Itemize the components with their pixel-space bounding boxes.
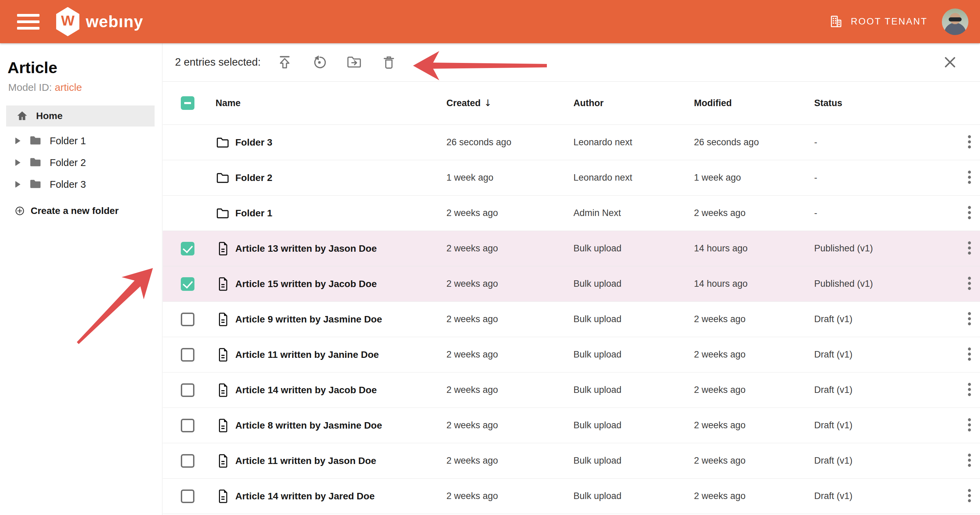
- table-row[interactable]: Article 14 written by Jared Doe 2 weeks …: [163, 479, 980, 514]
- entry-created: 2 weeks ago: [446, 208, 573, 219]
- tenant-selector[interactable]: ROOT TENANT: [829, 14, 928, 29]
- delete-button[interactable]: [381, 54, 397, 70]
- restore-button[interactable]: [311, 54, 328, 70]
- selection-count-text: 2 entries selected:: [175, 56, 261, 68]
- model-id-value[interactable]: article: [55, 82, 82, 93]
- row-menu-button[interactable]: [966, 416, 974, 436]
- entry-name[interactable]: Folder 3: [235, 137, 272, 148]
- create-folder-button[interactable]: Create a new folder: [0, 206, 162, 216]
- document-icon: [216, 312, 229, 327]
- table-row[interactable]: Folder 1 2 weeks ago Admin Next 2 weeks …: [163, 196, 980, 231]
- row-menu-button[interactable]: [966, 133, 974, 152]
- entry-author: Leonardo next: [573, 173, 694, 183]
- row-menu-button[interactable]: [966, 274, 974, 294]
- main-content: 2 entries selected: Name Created↓ Author…: [163, 43, 980, 515]
- tenant-label: ROOT TENANT: [851, 16, 928, 27]
- webiny-logo[interactable]: W webıny: [55, 7, 143, 36]
- row-menu-button[interactable]: [966, 309, 974, 329]
- entry-status: Published (v1): [814, 279, 950, 289]
- row-menu-button[interactable]: [966, 451, 974, 471]
- table-row[interactable]: Article 11 written by Janine Doe 2 weeks…: [163, 337, 980, 372]
- row-checkbox[interactable]: [181, 383, 194, 397]
- document-icon: [216, 418, 229, 433]
- entry-status: -: [814, 208, 950, 219]
- table-row[interactable]: Article 15 written by Jacob Doe 2 weeks …: [163, 266, 980, 302]
- entry-author: Bulk upload: [573, 349, 694, 360]
- column-header-author[interactable]: Author: [573, 98, 694, 108]
- delete-icon: [381, 54, 397, 70]
- kebab-icon: [967, 453, 972, 467]
- row-menu-button[interactable]: [966, 239, 974, 258]
- sidebar-folder-2[interactable]: Folder 2: [0, 152, 162, 173]
- table-row[interactable]: Article 8 written by Jasmine Doe 2 weeks…: [163, 408, 980, 443]
- row-menu-button[interactable]: [966, 168, 974, 188]
- plus-circle-icon: [14, 206, 25, 216]
- kebab-icon: [967, 418, 972, 432]
- entry-created: 2 weeks ago: [446, 314, 573, 325]
- top-app-bar: W webıny ROOT TENANT: [0, 0, 980, 43]
- entry-modified: 1 week ago: [694, 173, 814, 183]
- table-row[interactable]: Article 11 written by Jason Doe 2 weeks …: [163, 443, 980, 479]
- entry-name[interactable]: Article 15 written by Jacob Doe: [235, 279, 377, 290]
- entry-name[interactable]: Folder 1: [235, 208, 272, 219]
- column-header-created[interactable]: Created↓: [446, 98, 573, 108]
- select-all-checkbox[interactable]: [181, 96, 194, 110]
- entry-modified: 2 weeks ago: [694, 349, 814, 360]
- caret-right-icon[interactable]: [15, 138, 21, 144]
- entry-created: 1 week ago: [446, 173, 573, 183]
- hamburger-menu-icon[interactable]: [17, 14, 40, 30]
- column-header-name[interactable]: Name: [216, 98, 446, 108]
- user-avatar[interactable]: [942, 8, 969, 35]
- entry-author: Admin Next: [573, 208, 694, 219]
- table-row[interactable]: Folder 3 26 seconds ago Leonardo next 26…: [163, 125, 980, 160]
- folder-label: Folder 2: [50, 157, 86, 168]
- sidebar-folder-3[interactable]: Folder 3: [0, 173, 162, 195]
- entry-name[interactable]: Article 8 written by Jasmine Doe: [235, 420, 382, 431]
- row-menu-button[interactable]: [966, 345, 974, 364]
- entry-modified: 2 weeks ago: [694, 314, 814, 325]
- kebab-icon: [967, 382, 972, 397]
- caret-right-icon[interactable]: [15, 159, 21, 166]
- entry-name[interactable]: Article 9 written by Jasmine Doe: [235, 314, 382, 325]
- row-checkbox[interactable]: [181, 419, 194, 433]
- row-checkbox[interactable]: [181, 242, 194, 255]
- table-row[interactable]: Article 14 written by Jacob Doe 2 weeks …: [163, 372, 980, 408]
- column-header-modified[interactable]: Modified: [694, 98, 814, 108]
- row-menu-button[interactable]: [966, 380, 974, 400]
- table-row[interactable]: Article 9 written by Jasmine Doe 2 weeks…: [163, 302, 980, 337]
- move-to-folder-button[interactable]: [346, 54, 362, 70]
- entry-name[interactable]: Article 14 written by Jacob Doe: [235, 385, 377, 396]
- row-checkbox[interactable]: [181, 312, 194, 326]
- document-icon: [216, 347, 229, 363]
- sidebar-item-home[interactable]: Home: [6, 105, 154, 127]
- close-selection-button[interactable]: [943, 55, 958, 70]
- table-row[interactable]: Folder 2 1 week ago Leonardo next 1 week…: [163, 160, 980, 196]
- row-menu-button[interactable]: [966, 203, 974, 223]
- entry-name[interactable]: Folder 2: [235, 173, 272, 183]
- caret-right-icon[interactable]: [15, 181, 21, 188]
- publish-button[interactable]: [277, 54, 293, 70]
- document-icon: [216, 488, 229, 504]
- kebab-icon: [967, 312, 972, 326]
- page-title: Article: [8, 58, 162, 77]
- entry-author: Bulk upload: [573, 279, 694, 289]
- entry-name[interactable]: Article 11 written by Janine Doe: [235, 349, 379, 360]
- entry-status: Published (v1): [814, 243, 950, 254]
- folder-icon: [29, 135, 41, 145]
- entry-modified: 2 weeks ago: [694, 420, 814, 431]
- row-menu-button[interactable]: [966, 486, 974, 506]
- row-checkbox[interactable]: [181, 454, 194, 468]
- row-checkbox[interactable]: [181, 490, 194, 503]
- row-checkbox[interactable]: [181, 277, 194, 291]
- row-checkbox[interactable]: [181, 348, 194, 361]
- entry-status: Draft (v1): [814, 349, 950, 360]
- entry-name[interactable]: Article 14 written by Jared Doe: [235, 491, 375, 502]
- table-row[interactable]: Article 13 written by Jason Doe 2 weeks …: [163, 231, 980, 266]
- entry-modified: 2 weeks ago: [694, 455, 814, 466]
- move-to-folder-icon: [346, 54, 362, 70]
- table-header: Name Created↓ Author Modified Status: [163, 82, 980, 125]
- column-header-status[interactable]: Status: [814, 98, 950, 108]
- entry-name[interactable]: Article 13 written by Jason Doe: [235, 243, 377, 254]
- entry-name[interactable]: Article 11 written by Jason Doe: [235, 455, 376, 466]
- sidebar-folder-1[interactable]: Folder 1: [0, 130, 162, 152]
